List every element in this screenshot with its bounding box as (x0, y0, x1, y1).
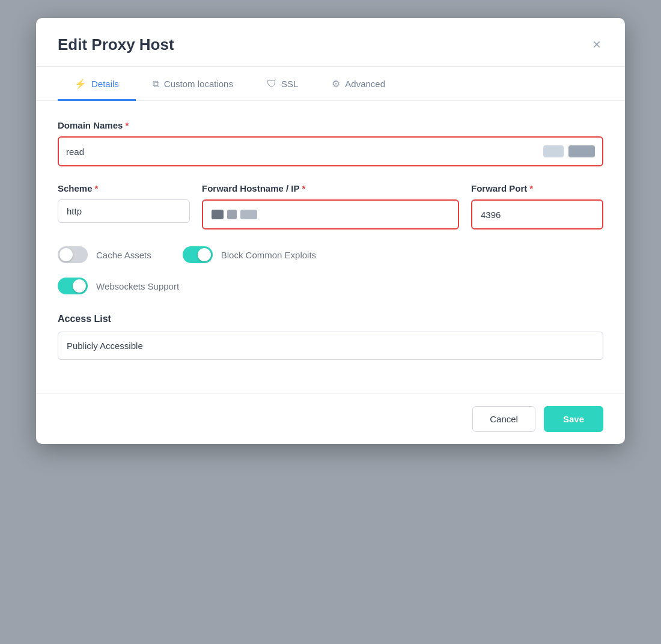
toggles-row-2: Websockets Support (58, 278, 603, 294)
cache-assets-thumb (59, 248, 73, 261)
modal-header: Edit Proxy Host × (36, 18, 625, 67)
block-exploits-toggle[interactable] (183, 246, 213, 263)
gear-icon: ⚙ (332, 78, 340, 90)
cache-assets-toggle-group: Cache Assets (58, 246, 151, 263)
shield-icon: 🛡 (267, 79, 276, 90)
websockets-thumb (73, 279, 86, 293)
forward-hostname-label: Forward Hostname / IP * (202, 183, 459, 193)
tab-custom-locations[interactable]: ⧉ Custom locations (136, 67, 250, 101)
access-list-group: Access List Publicly Accessible (58, 314, 603, 360)
domain-tag-2 (568, 145, 595, 157)
domain-names-label: Domain Names * (58, 120, 603, 130)
redacted-ip-2 (227, 210, 237, 219)
required-indicator: * (125, 120, 129, 130)
connection-fields-row: Scheme * Forward Hostname / IP * F (58, 183, 603, 229)
details-icon: ⚡ (75, 78, 87, 90)
modal-body: Domain Names * Scheme * Forward Hostnam (36, 101, 625, 393)
scheme-field: Scheme * (58, 183, 190, 229)
tab-details-label: Details (91, 79, 119, 89)
access-list-label: Access List (58, 314, 603, 324)
forward-port-label: Forward Port * (471, 183, 603, 193)
toggles-row-1: Cache Assets Block Common Exploits (58, 246, 603, 263)
websockets-toggle[interactable] (58, 278, 88, 294)
domain-names-group: Domain Names * (58, 120, 603, 166)
domain-tag-1 (543, 145, 564, 157)
fp-required: * (529, 183, 533, 193)
websockets-toggle-group: Websockets Support (58, 278, 179, 294)
forward-port-input[interactable] (481, 210, 594, 220)
cache-assets-label: Cache Assets (96, 250, 151, 260)
forward-port-input-wrapper[interactable] (471, 199, 603, 229)
tab-ssl[interactable]: 🛡 SSL (250, 67, 315, 101)
scheme-label: Scheme * (58, 183, 190, 193)
cache-assets-toggle[interactable] (58, 246, 88, 263)
tab-advanced-label: Advanced (345, 79, 385, 89)
forward-hostname-input-wrapper[interactable] (202, 199, 459, 229)
domain-names-input-wrapper[interactable] (58, 136, 603, 166)
layers-icon: ⧉ (153, 79, 159, 90)
block-exploits-thumb (198, 248, 211, 261)
cancel-button[interactable]: Cancel (472, 406, 535, 432)
save-button[interactable]: Save (544, 406, 603, 432)
block-exploits-label: Block Common Exploits (221, 250, 316, 260)
tab-ssl-label: SSL (281, 79, 298, 89)
modal-footer: Cancel Save (36, 393, 625, 444)
redacted-ip-3 (240, 210, 257, 219)
block-exploits-toggle-group: Block Common Exploits (183, 246, 316, 263)
tabs-bar: ⚡ Details ⧉ Custom locations 🛡 SSL ⚙ Adv… (36, 67, 625, 101)
edit-proxy-host-modal: Edit Proxy Host × ⚡ Details ⧉ Custom loc… (36, 18, 625, 444)
forward-port-field: Forward Port * (471, 183, 603, 229)
domain-names-input[interactable] (66, 147, 538, 157)
tab-custom-locations-label: Custom locations (164, 79, 233, 89)
scheme-required: * (95, 183, 99, 193)
websockets-label: Websockets Support (96, 281, 179, 291)
redacted-ip-1 (212, 210, 224, 219)
scheme-input[interactable] (58, 199, 190, 223)
close-button[interactable]: × (590, 35, 603, 54)
access-list-select[interactable]: Publicly Accessible (58, 332, 603, 360)
fh-required: * (302, 183, 306, 193)
modal-title: Edit Proxy Host (58, 35, 174, 54)
tab-details[interactable]: ⚡ Details (58, 67, 136, 101)
tab-advanced[interactable]: ⚙ Advanced (315, 67, 402, 101)
forward-hostname-field: Forward Hostname / IP * (202, 183, 459, 229)
